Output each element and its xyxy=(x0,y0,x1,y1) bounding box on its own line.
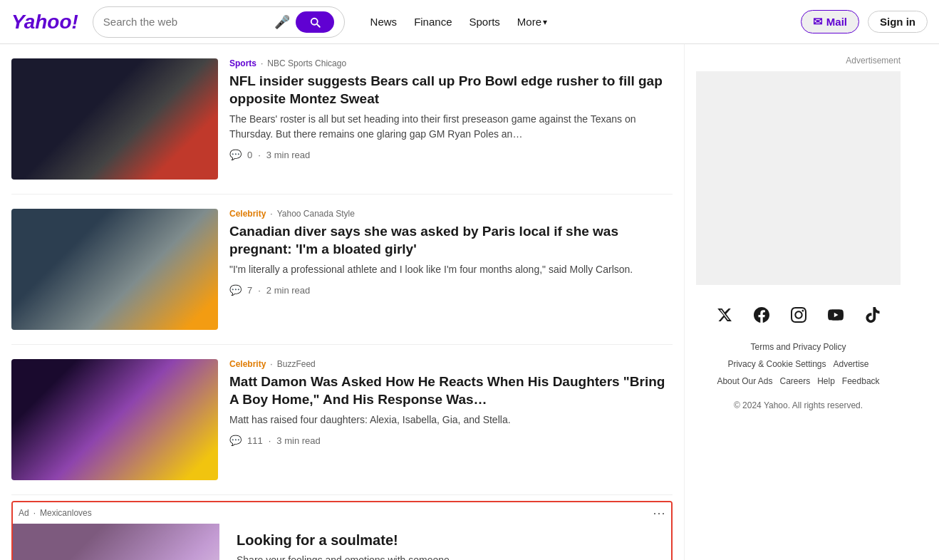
terms-privacy-link[interactable]: Terms and Privacy Policy xyxy=(750,342,846,352)
ad-dot: · xyxy=(33,508,36,518)
instagram-icon[interactable] xyxy=(786,302,811,328)
news-description: "I'm literally a professional athlete an… xyxy=(229,262,673,277)
news-content: Celebrity · Yahoo Canada Style Canadian … xyxy=(229,209,673,330)
search-button[interactable] xyxy=(296,11,334,33)
news-thumbnail xyxy=(11,58,218,180)
news-meta: Sports · NBC Sports Chicago xyxy=(229,58,673,68)
privacy-cookie-link[interactable]: Privacy & Cookie Settings xyxy=(727,359,826,369)
mail-label: Mail xyxy=(826,16,847,28)
comment-icon: 💬 xyxy=(229,435,242,446)
advertise-link[interactable]: Advertise xyxy=(834,359,869,369)
news-item: Celebrity · Yahoo Canada Style Canadian … xyxy=(11,195,673,345)
news-description: The Bears' roster is all but set heading… xyxy=(229,112,673,142)
nav-more[interactable]: More ▾ xyxy=(512,13,553,31)
ad-source: Mexicanloves xyxy=(40,508,92,518)
mail-icon: ✉ xyxy=(813,15,822,28)
feedback-link[interactable]: Feedback xyxy=(842,376,880,386)
search-icon xyxy=(308,16,321,28)
news-footer: 💬 0 · 3 min read xyxy=(229,149,673,160)
ad-title[interactable]: Looking for a soulmate! xyxy=(237,532,665,549)
social-links xyxy=(696,302,901,328)
about-our-ads-link[interactable]: About Our Ads xyxy=(717,376,772,386)
ad-label: Ad xyxy=(19,508,29,518)
news-description: Matt has raised four daughters: Alexia, … xyxy=(229,413,673,427)
footer-links: Terms and Privacy Policy Privacy & Cooki… xyxy=(696,342,901,410)
comment-icon: 💬 xyxy=(229,149,242,160)
read-time: 2 min read xyxy=(266,285,310,296)
footer-row-2: Privacy & Cookie Settings Advertise xyxy=(727,359,868,369)
news-footer: 💬 111 · 3 min read xyxy=(229,435,673,446)
nav-sports[interactable]: Sports xyxy=(464,13,506,31)
meta-dot: · xyxy=(261,58,263,68)
news-title[interactable]: Matt Damon Was Asked How He Reacts When … xyxy=(229,373,673,408)
ad-thumbnail xyxy=(13,524,219,560)
news-footer: 💬 7 · 2 min read xyxy=(229,284,673,296)
news-item: Celebrity · BuzzFeed Matt Damon Was Aske… xyxy=(11,345,673,495)
news-content: Celebrity · BuzzFeed Matt Damon Was Aske… xyxy=(229,359,673,480)
logo-text: Yahoo! xyxy=(11,11,78,33)
yahoo-logo[interactable]: Yahoo! xyxy=(11,11,78,33)
news-source: BuzzFeed xyxy=(277,359,316,369)
ad-description: Share your feelings and emotions with so… xyxy=(237,554,665,560)
facebook-icon[interactable] xyxy=(749,302,774,328)
news-title[interactable]: Canadian diver says she was asked by Par… xyxy=(229,223,673,258)
meta-dot: · xyxy=(270,209,272,219)
footer-dot: · xyxy=(258,285,261,296)
ad-more-button[interactable]: ⋯ xyxy=(653,505,665,521)
read-time: 3 min read xyxy=(276,435,320,446)
news-category[interactable]: Celebrity xyxy=(229,209,266,219)
ad-item: Ad · Mexicanloves ⋯ Looking for a soulma… xyxy=(11,501,673,560)
signin-button[interactable]: Sign in xyxy=(868,11,928,33)
news-feed: Sports · NBC Sports Chicago NFL insider … xyxy=(0,44,684,560)
news-meta: Celebrity · Yahoo Canada Style xyxy=(229,209,673,219)
nav-finance[interactable]: Finance xyxy=(408,13,457,31)
news-thumbnail xyxy=(11,359,218,480)
main-layout: Sports · NBC Sports Chicago NFL insider … xyxy=(0,44,939,560)
comment-icon: 💬 xyxy=(229,284,242,296)
careers-link[interactable]: Careers xyxy=(779,376,810,386)
footer-row-3: About Our Ads Careers Help Feedback xyxy=(717,376,879,386)
footer-dot: · xyxy=(258,150,261,160)
news-source: NBC Sports Chicago xyxy=(267,58,346,68)
news-title[interactable]: NFL insider suggests Bears call up Pro B… xyxy=(229,73,673,108)
twitter-icon[interactable] xyxy=(712,302,737,328)
mail-button[interactable]: ✉ Mail xyxy=(801,10,859,33)
help-link[interactable]: Help xyxy=(817,376,835,386)
sidebar: Advertisement Terms and Privacy Policy xyxy=(684,44,912,560)
main-nav: News Finance Sports More ▾ xyxy=(365,13,553,31)
youtube-icon[interactable] xyxy=(823,302,849,328)
sidebar-ad-box xyxy=(696,71,901,285)
footer-row-1: Terms and Privacy Policy xyxy=(750,342,846,352)
comment-count: 0 xyxy=(247,150,252,160)
news-source: Yahoo Canada Style xyxy=(277,209,355,219)
ad-content: Looking for a soulmate! Share your feeli… xyxy=(231,524,671,560)
meta-dot: · xyxy=(270,359,272,369)
ad-header: Ad · Mexicanloves ⋯ xyxy=(13,502,671,524)
chevron-down-icon: ▾ xyxy=(543,17,547,27)
comment-count: 111 xyxy=(247,435,263,446)
news-content: Sports · NBC Sports Chicago NFL insider … xyxy=(229,58,673,180)
news-item: Sports · NBC Sports Chicago NFL insider … xyxy=(11,44,673,195)
sidebar-ad-label: Advertisement xyxy=(696,56,901,66)
header: Yahoo! 🎤 News Finance Sports More ▾ ✉ Ma… xyxy=(0,0,939,44)
microphone-icon[interactable]: 🎤 xyxy=(274,14,290,30)
footer-dot: · xyxy=(269,435,271,446)
tiktok-icon[interactable] xyxy=(860,302,886,328)
news-meta: Celebrity · BuzzFeed xyxy=(229,359,673,369)
search-input[interactable] xyxy=(103,16,274,28)
ad-body: Looking for a soulmate! Share your feeli… xyxy=(13,524,671,560)
search-bar: 🎤 xyxy=(93,6,345,38)
read-time: 3 min read xyxy=(266,150,310,160)
footer-copyright: © 2024 Yahoo. All rights reserved. xyxy=(734,400,863,410)
news-category[interactable]: Celebrity xyxy=(229,359,266,369)
comment-count: 7 xyxy=(247,285,252,296)
nav-news[interactable]: News xyxy=(365,13,403,31)
news-thumbnail xyxy=(11,209,218,330)
news-category[interactable]: Sports xyxy=(229,58,256,68)
